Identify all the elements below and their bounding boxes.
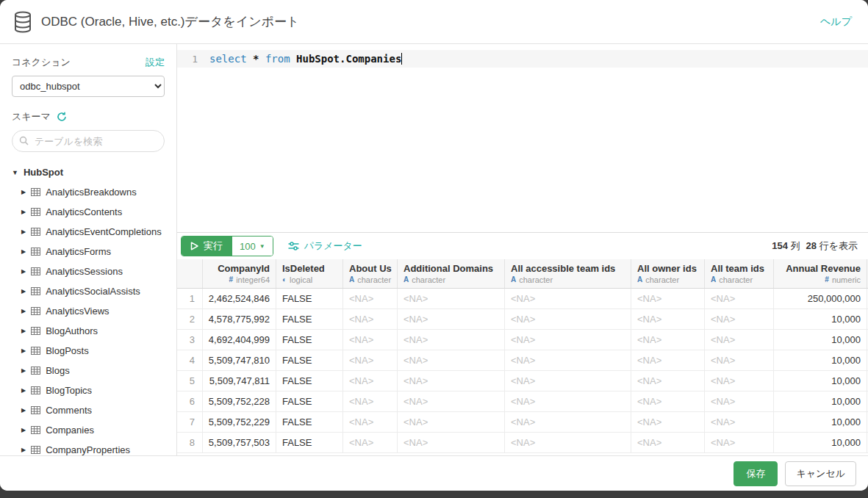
table-cell: <NA> [398,371,505,391]
table-row: 24,578,775,992FALSE<NA><NA><NA><NA><NA>1… [177,309,868,330]
help-link[interactable]: ヘルプ [820,15,852,29]
table-cell: FALSE [276,412,343,432]
table-cell: 10,000 [774,371,867,391]
column-header-annual-revenue[interactable]: Annual Revenue#numeric [774,259,867,288]
table-cell: <NA> [398,433,505,452]
parameters-button[interactable]: パラメーター [288,239,362,253]
table-cell: <NA> [398,412,505,432]
table-row: 55,509,747,811FALSE<NA><NA><NA><NA><NA>1… [177,371,868,391]
table-cell: <NA> [705,330,774,350]
schema-table-blogauthors[interactable]: ▶ BlogAuthors [12,321,165,341]
schema-root-hubspot[interactable]: ▼ HubSpot [12,164,165,182]
type-icon: ◐ [282,275,287,285]
save-button[interactable]: 保存 [734,461,778,486]
schema-table-companies[interactable]: ▶ Companies [12,420,165,440]
schema-tree: ▼ HubSpot ▶ AnalyticsBreakdowns ▶ [12,164,165,455]
row-limit-dropdown[interactable]: 100 ▼ [232,237,273,256]
table-icon [31,188,40,196]
query-toolbar: 実行 100 ▼ パラメーター [177,232,868,259]
sql-code-text: select * from HubSpot.Companies [209,53,401,65]
connection-settings-link[interactable]: 設定 [146,56,165,69]
chevron-right-icon: ▶ [21,328,26,334]
column-header-about-us[interactable]: About UsAcharacter [343,259,398,288]
run-button[interactable]: 実行 [182,237,232,256]
schema-table-analyticssessions[interactable]: ▶ AnalyticsSessions [12,261,165,281]
column-header-companyid[interactable]: CompanyId#integer64 [203,259,276,288]
schema-table-analyticsbreakdowns[interactable]: ▶ AnalyticsBreakdowns [12,182,165,202]
schema-table-blogs[interactable]: ▶ Blogs [12,361,165,380]
chevron-right-icon: ▶ [21,308,26,314]
row-number: 4 [177,350,203,370]
table-cell: 4,692,404,999 [203,330,276,350]
schema-table-analyticseventcompletions[interactable]: ▶ AnalyticsEventCompletions [12,222,165,242]
table-cell: <NA> [631,350,705,370]
search-input[interactable] [12,130,165,152]
table-icon [31,267,40,275]
table-name-label: AnalyticsContents [46,206,122,217]
schema-table-analyticsviews[interactable]: ▶ AnalyticsViews [12,301,165,321]
schema-table-blogtopics[interactable]: ▶ BlogTopics [12,380,165,400]
table-cell: <NA> [705,391,774,411]
chevron-right-icon: ▶ [21,209,26,215]
chevron-right-icon: ▶ [21,387,26,394]
table-cell: <NA> [631,412,705,432]
column-type: Acharacter [511,275,625,285]
table-cell: <NA> [343,391,398,411]
type-icon: # [229,275,234,285]
sql-editor[interactable]: 1 select * from HubSpot.Companies [177,44,868,232]
sidebar: コネクション 設定 odbc_hubspot スキーマ [0,44,177,455]
column-header-all-owner-ids[interactable]: All owner idsAcharacter [631,259,705,288]
row-number: 2 [177,309,203,329]
type-icon: A [349,275,354,285]
table-cell: 10,000 [774,391,867,411]
column-name: All team ids [711,263,767,275]
refresh-icon[interactable] [57,112,67,122]
play-icon [190,242,198,250]
table-row: 34,692,404,999FALSE<NA><NA><NA><NA><NA>1… [177,330,868,350]
main-area: 1 select * from HubSpot.Companies 実行 100 [177,44,868,455]
sql-code-line: 1 select * from HubSpot.Companies [177,50,868,68]
table-cell: 250,000,000 [774,289,867,308]
table-cell: FALSE [276,371,343,391]
table-cell: <NA> [705,433,774,452]
column-header-isdeleted[interactable]: IsDeleted◐logical [276,259,343,288]
schema-table-analyticscontents[interactable]: ▶ AnalyticsContents [12,202,165,222]
table-cell: FALSE [276,433,343,452]
text-cursor [401,53,402,65]
chevron-right-icon: ▶ [21,288,26,295]
column-header-all-accessible-team-ids[interactable]: All accessible team idsAcharacter [505,259,631,288]
schema-table-comments[interactable]: ▶ Comments [12,400,165,420]
table-row: 65,509,752,228FALSE<NA><NA><NA><NA><NA>1… [177,391,868,412]
schema-table-list: ▶ AnalyticsBreakdowns ▶ AnalyticsContent… [12,182,165,455]
table-icon [31,426,40,434]
type-icon: A [511,275,516,285]
column-type: Acharacter [349,275,391,285]
column-type: #integer64 [229,275,270,285]
row-number: 8 [177,433,203,452]
schema-table-analyticsforms[interactable]: ▶ AnalyticsForms [12,242,165,261]
chevron-right-icon: ▶ [21,189,26,195]
table-cell: FALSE [276,391,343,411]
column-name: All accessible team ids [511,263,625,275]
schema-label: スキーマ [12,110,51,123]
column-header-all-team-ids[interactable]: All team idsAcharacter [705,259,774,288]
parameters-label: パラメーター [304,239,362,253]
table-icon [31,248,40,256]
dialog-footer: 保存 キャンセル [0,455,868,491]
type-icon: # [825,275,829,285]
column-name: About Us [349,263,391,275]
column-header-additional-domains[interactable]: Additional DomainsAcharacter [398,259,505,288]
table-name-label: AnalyticsBreakdowns [46,187,137,198]
schema-table-companyproperties[interactable]: ▶ CompanyProperties [12,440,165,455]
chevron-right-icon: ▶ [21,347,26,354]
table-name-label: Comments [46,405,92,416]
schema-table-blogposts[interactable]: ▶ BlogPosts [12,341,165,361]
cancel-button[interactable]: キャンセル [785,461,856,486]
schema-table-analyticssocialassists[interactable]: ▶ AnalyticsSocialAssists [12,281,165,301]
table-cell: <NA> [705,412,774,432]
table-row: 75,509,752,229FALSE<NA><NA><NA><NA><NA>1… [177,412,868,433]
table-cell: <NA> [343,289,398,308]
connection-select[interactable]: odbc_hubspot [12,76,165,97]
result-summary: 154 列28 行を表示 [772,239,858,253]
type-icon: A [711,275,716,285]
